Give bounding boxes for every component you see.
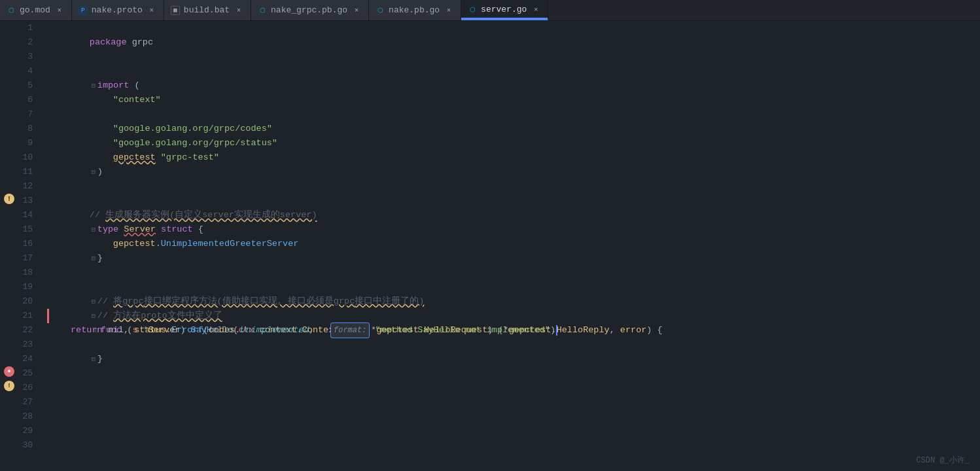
code-line-10: ⊟) — [47, 150, 980, 165]
tab-nake-proto-close[interactable]: × — [147, 5, 157, 16]
code-line-5: "context" — [47, 78, 980, 93]
code-line-7: "google.golang.org/grpc/codes" — [47, 107, 980, 122]
tab-go-mod-label: go.mod — [20, 5, 50, 15]
code-editor[interactable]: ! ● ! 1 2 3 4 5 6 7 8 9 10 11 — [0, 21, 980, 471]
line-num-1: 1 — [18, 21, 38, 35]
code-line-28 — [47, 410, 980, 424]
line-numbers: 1 2 3 4 5 6 7 8 9 10 11 12 13 14 15 16 1… — [18, 21, 42, 471]
go-mod-icon: ⬡ — [7, 6, 16, 15]
nake-proto-icon: P — [79, 6, 88, 15]
line-num-25: 25 — [18, 366, 38, 381]
tab-nake-grpc-pb-go-close[interactable]: × — [351, 5, 362, 16]
tab-build-bat-close[interactable]: × — [234, 5, 244, 16]
tab-nake-pb-go-label: nake.pb.go — [389, 5, 440, 15]
line-num-8: 8 — [18, 122, 38, 136]
code-line-27 — [47, 395, 980, 410]
code-line-16: ⊟} — [47, 237, 980, 251]
code-line-23: ⊟} — [47, 338, 980, 352]
line-num-30: 30 — [18, 438, 38, 453]
code-line-13: // 生成服务器实例(自定义server实现生成的server) — [47, 194, 980, 208]
code-line-14: ⊟type Server struct { — [47, 208, 980, 222]
line-num-12: 12 — [18, 179, 38, 194]
nake-grpc-go-icon: ⬡ — [258, 6, 267, 15]
line-num-20: 20 — [18, 294, 38, 309]
line-num-11: 11 — [18, 165, 38, 179]
tab-build-bat-label: build.bat — [184, 5, 230, 15]
code-line-26 — [47, 381, 980, 395]
code-line-2 — [47, 35, 980, 50]
code-line-18 — [47, 266, 980, 280]
code-line-17 — [47, 251, 980, 266]
watermark: CSDN @_小许_ — [916, 455, 970, 466]
code-line-29 — [47, 424, 980, 438]
code-line-3 — [47, 50, 980, 64]
line-num-26: 26 — [18, 381, 38, 395]
code-line-11 — [47, 165, 980, 179]
line-num-23: 23 — [18, 338, 38, 352]
line-num-28: 28 — [18, 410, 38, 424]
code-line-25 — [47, 366, 980, 381]
tab-nake-proto-label: nake.proto — [92, 5, 143, 15]
line-num-14: 14 — [18, 208, 38, 222]
line-num-7: 7 — [18, 107, 38, 122]
code-content[interactable]: package grpc ⊟import ( "context" "google… — [42, 21, 980, 471]
breakpoint-yellow-icon: ! — [4, 381, 14, 391]
breakpoint-warning-icon: ! — [4, 194, 14, 204]
line-num-16: 16 — [18, 237, 38, 251]
line-num-6: 6 — [18, 93, 38, 107]
tab-nake-pb-go[interactable]: ⬡ nake.pb.go × — [369, 0, 461, 20]
inline-tooltip-format: format: — [330, 323, 370, 338]
code-line-12 — [47, 179, 980, 194]
tab-go-mod[interactable]: ⬡ go.mod × — [0, 0, 72, 20]
code-line-8: "google.golang.org/grpc/status" — [47, 122, 980, 136]
code-line-6 — [47, 93, 980, 107]
line-num-22: 22 — [18, 323, 38, 338]
nake-pb-go-icon: ⬡ — [376, 6, 385, 15]
code-line-15: gepctest.UnimplementedGreeterServer — [47, 222, 980, 237]
breakpoint-red-icon-1: ● — [4, 366, 14, 377]
build-bat-icon: ▦ — [171, 6, 180, 15]
line-num-13: 13 — [18, 194, 38, 208]
line-num-4: 4 — [18, 64, 38, 78]
line-num-10: 10 — [18, 150, 38, 165]
gutter-area: ! ● ! — [0, 21, 18, 471]
code-line-9: gepctest "grpc-test" — [47, 136, 980, 150]
tab-server-go[interactable]: ⬡ server.go × — [461, 0, 548, 20]
tab-nake-pb-go-close[interactable]: × — [444, 5, 454, 16]
line-num-9: 9 — [18, 136, 38, 150]
app-window: ⬡ go.mod × P nake.proto × ▦ build.bat × … — [0, 0, 980, 471]
code-line-30 — [47, 438, 980, 453]
code-line-4: ⊟import ( — [47, 64, 980, 78]
code-line-1: package grpc — [47, 21, 980, 35]
tab-nake-grpc-pb-go-label: nake_grpc.pb.go — [271, 5, 347, 15]
tab-nake-grpc-pb-go[interactable]: ⬡ nake_grpc.pb.go × — [251, 0, 369, 20]
line-num-19: 19 — [18, 280, 38, 294]
line-num-29: 29 — [18, 424, 38, 438]
tab-go-mod-close[interactable]: × — [54, 5, 65, 16]
tab-bar: ⬡ go.mod × P nake.proto × ▦ build.bat × … — [0, 0, 980, 21]
line-num-18: 18 — [18, 266, 38, 280]
code-line-19: ⊟// 将grpc接口绑定程序方法(借助接口实现, 接口必须是grpc接口中注册… — [47, 280, 980, 294]
tab-server-go-close[interactable]: × — [531, 5, 541, 15]
line-num-15: 15 — [18, 222, 38, 237]
line-num-3: 3 — [18, 50, 38, 64]
line-num-5: 5 — [18, 78, 38, 93]
code-line-22: return nil, status . Errorf ( codes . Un… — [47, 323, 980, 338]
server-go-icon: ⬡ — [468, 5, 477, 14]
tab-server-go-label: server.go — [481, 5, 527, 14]
tab-build-bat[interactable]: ▦ build.bat × — [164, 0, 251, 20]
code-line-24 — [47, 352, 980, 366]
line-num-27: 27 — [18, 395, 38, 410]
line-num-24: 24 — [18, 352, 38, 366]
line-num-21: 21 — [18, 309, 38, 323]
line-num-2: 2 — [18, 35, 38, 50]
code-line-20: ⊟// 方法在proto文件中定义了 — [47, 294, 980, 309]
line-num-17: 17 — [18, 251, 38, 266]
code-line-21: ⊟func (s *Server) SayHello(ctx context.C… — [47, 309, 980, 323]
tab-nake-proto[interactable]: P nake.proto × — [72, 0, 164, 20]
